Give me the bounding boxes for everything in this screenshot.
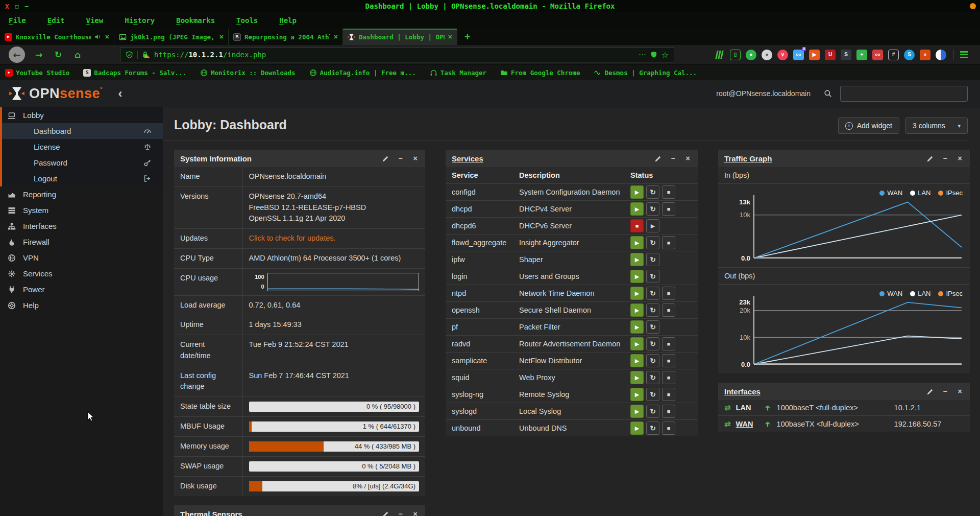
stop-service-button[interactable]: ■ — [630, 219, 644, 232]
forward-button[interactable]: → — [31, 50, 46, 60]
start-service-button[interactable]: ▶ — [630, 388, 644, 401]
sidebar-item-dashboard[interactable]: Dashboard — [2, 123, 163, 139]
browser-tab[interactable]: jk0k1.png (JPEG Image, 137× — [114, 29, 229, 45]
pocket-extension-icon[interactable]: ∨ — [777, 50, 788, 60]
menu-edit[interactable]: Edit — [47, 16, 65, 25]
start-service-button[interactable]: ▶ — [630, 253, 644, 266]
stop-service-button[interactable]: ■ — [662, 371, 675, 384]
close-widget-icon[interactable]: × — [956, 388, 964, 395]
application-menu-icon[interactable] — [960, 51, 968, 58]
lock-warning-icon[interactable]: ! — [142, 51, 150, 59]
restart-service-button[interactable]: ↻ — [646, 320, 659, 334]
red-glasses-extension-icon[interactable]: oo — [872, 50, 883, 60]
fast-forward-extension-icon[interactable]: » — [920, 50, 930, 60]
stop-service-button[interactable]: ■ — [662, 202, 675, 216]
services-title[interactable]: Services — [452, 154, 483, 163]
restart-service-button[interactable]: ↻ — [646, 405, 659, 418]
sidebar-item-system[interactable]: System — [0, 202, 163, 218]
half-circle-extension-icon[interactable] — [936, 50, 946, 60]
interface-name-link[interactable]: LAN — [736, 404, 758, 412]
green-note-extension-icon[interactable]: + — [856, 50, 867, 60]
stop-service-button[interactable]: ■ — [662, 185, 675, 199]
downloader-shield-extension-icon[interactable]: ▶ — [809, 50, 820, 60]
start-service-button[interactable]: ▶ — [630, 337, 644, 350]
menu-view[interactable]: View — [86, 16, 103, 25]
back-button[interactable]: ← — [9, 46, 25, 63]
close-widget-icon[interactable]: × — [684, 155, 692, 162]
close-widget-icon[interactable]: × — [411, 510, 419, 516]
collapse-widget-icon[interactable]: − — [669, 155, 677, 162]
close-widget-icon[interactable]: × — [956, 155, 964, 162]
edit-widget-icon[interactable] — [382, 510, 389, 516]
sidebar-item-firewall[interactable]: Firewall — [0, 234, 163, 250]
collapse-widget-icon[interactable]: − — [397, 510, 404, 516]
sidebar-item-power[interactable]: Power — [0, 282, 163, 297]
skype-extension-icon[interactable]: S — [904, 50, 915, 60]
bookmark-star-icon[interactable]: ☆ — [662, 50, 669, 60]
sidebar-item-license[interactable]: License — [2, 139, 163, 155]
tab-close-icon[interactable]: × — [105, 33, 109, 41]
start-service-button[interactable]: ▶ — [630, 236, 644, 249]
sidebar-item-help[interactable]: Help — [0, 297, 163, 313]
browser-tab[interactable]: Dashboard | Lobby | OPNsens× — [343, 29, 457, 45]
stop-service-button[interactable]: ■ — [662, 303, 675, 317]
check-updates-link[interactable]: Click to check for updates. — [249, 234, 336, 242]
start-service-button[interactable]: ▶ — [630, 202, 644, 216]
close-widget-icon[interactable]: × — [411, 155, 419, 162]
ghost-extension-icon[interactable]: oo8 — [793, 50, 804, 60]
edit-widget-icon[interactable] — [926, 388, 934, 395]
restart-service-button[interactable]: ↻ — [646, 253, 659, 266]
stop-service-button[interactable]: ■ — [662, 421, 675, 435]
start-service-button[interactable]: ▶ — [630, 287, 644, 300]
restart-service-button[interactable]: ↻ — [646, 303, 659, 317]
tab-close-icon[interactable]: × — [219, 33, 224, 41]
collapse-widget-icon[interactable]: − — [941, 155, 949, 162]
start-service-button[interactable]: ▶ — [630, 303, 644, 317]
add-widget-button[interactable]: + Add widget — [838, 118, 899, 134]
start-service-button[interactable]: ▶ — [630, 371, 644, 384]
bookmark-item[interactable]: AudioTag.info | Free m... — [309, 69, 416, 77]
sidebar-collapse-icon[interactable]: ‹ — [118, 87, 122, 100]
collapse-widget-icon[interactable]: − — [397, 155, 404, 162]
stop-service-button[interactable]: ■ — [662, 337, 675, 350]
start-service-button[interactable]: ▶ — [646, 219, 659, 232]
start-service-button[interactable]: ▶ — [630, 421, 644, 435]
opnsense-logo-icon[interactable] — [9, 85, 25, 102]
start-service-button[interactable]: ▶ — [630, 270, 644, 283]
sidebar-item-services[interactable]: Services — [0, 266, 163, 282]
reload-button[interactable]: ↻ — [51, 50, 66, 60]
stop-service-button[interactable]: ■ — [662, 287, 675, 300]
start-service-button[interactable]: ▶ — [630, 320, 644, 334]
bookmark-item[interactable]: Task Manager — [430, 69, 486, 77]
url-bar[interactable]: ! https://10.1.2.1/index.php ⋯ ☆ — [120, 47, 674, 62]
new-tab-button[interactable]: + — [464, 32, 471, 42]
restart-service-button[interactable]: ↻ — [646, 236, 659, 249]
restart-service-button[interactable]: ↻ — [646, 388, 659, 401]
sidebar-item-vpn[interactable]: VPN — [0, 250, 163, 266]
browser-tab[interactable]: BRepurposing a 2004 Athlon× — [229, 29, 343, 45]
sidebar-item-reporting[interactable]: Reporting — [0, 186, 163, 202]
stop-service-button[interactable]: ■ — [662, 354, 675, 367]
start-service-button[interactable]: ▶ — [630, 354, 644, 367]
bookmark-item[interactable]: SBadcaps Forums - Salv... — [83, 69, 186, 77]
gray-fence-extension-icon[interactable]: # — [888, 50, 899, 60]
stop-service-button[interactable]: ■ — [662, 388, 675, 401]
bookmark-item[interactable]: ▶YouTube Studio — [5, 69, 69, 77]
opnsense-brand[interactable]: OPNsense° — [29, 86, 103, 102]
restart-service-button[interactable]: ↻ — [646, 287, 659, 300]
tracking-protection-shield-icon[interactable] — [126, 51, 133, 59]
url-text[interactable]: https://10.1.2.1/index.php — [154, 51, 634, 59]
browser-tab[interactable]: ▶Knoxville Courthouse B× — [0, 29, 114, 45]
restart-service-button[interactable]: ↻ — [646, 354, 659, 367]
sidebar-item-interfaces[interactable]: Interfaces — [0, 218, 163, 234]
sidebar-item-logout[interactable]: Logout — [2, 171, 163, 186]
stop-service-button[interactable]: ■ — [662, 405, 675, 418]
start-service-button[interactable]: ▶ — [630, 185, 644, 199]
thermal-sensors-title[interactable]: Thermal Sensors — [180, 510, 242, 516]
bookmark-item[interactable]: Monitorix :: Downloads — [200, 69, 296, 77]
search-input[interactable] — [840, 86, 968, 102]
gray-circle-extension-icon[interactable]: ● — [762, 50, 772, 60]
sidebar-item-lobby[interactable]: Lobby — [2, 107, 163, 123]
restart-service-button[interactable]: ↻ — [646, 371, 659, 384]
restart-service-button[interactable]: ↻ — [646, 421, 659, 435]
